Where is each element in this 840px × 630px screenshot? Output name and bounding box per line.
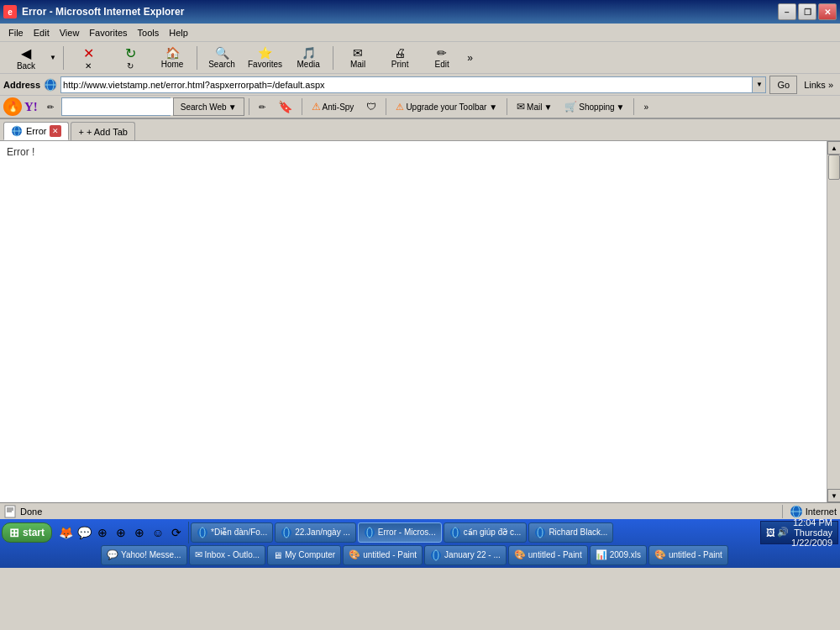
scroll-down-button[interactable]: ▼: [827, 489, 840, 502]
systray-icon-2: 🔊: [777, 527, 789, 538]
menu-file[interactable]: File: [3, 26, 29, 39]
yahoo-edit-btn[interactable]: ✏: [42, 97, 59, 116]
ql-icon2[interactable]: ⊕: [113, 524, 129, 541]
taskbar-ie-icon-2: [281, 527, 292, 538]
ql-refresh-icon[interactable]: ⟳: [168, 524, 185, 541]
add-tab-button[interactable]: + + Add Tab: [71, 122, 134, 140]
tab-close-button[interactable]: ✕: [50, 125, 61, 137]
quick-launch: 🦊 💬 ⊕ ⊕ ⊕ ☺ ⟳: [54, 522, 189, 543]
stop-icon: ✕: [83, 45, 94, 61]
yahoo-search-web-button[interactable]: Search Web ▼: [173, 97, 244, 116]
tab-bar: Error ✕ + + Add Tab: [0, 119, 840, 141]
favorites-label: Favorites: [248, 60, 282, 69]
home-icon: 🏠: [165, 46, 180, 60]
systray-icon-1: 🖼: [766, 528, 775, 538]
home-button[interactable]: 🏠 Home: [152, 44, 192, 72]
chat-icon: 💬: [107, 549, 118, 560]
yahoo-toolbar: 🔥 Y! ✏ ▼ Search Web ▼ ✏ 🔖 ⚠ Anti-Spy 🛡 ⚠…: [0, 96, 840, 119]
svg-point-15: [281, 528, 291, 538]
address-input[interactable]: [61, 77, 752, 92]
yahoo-shield-btn[interactable]: 🛡: [361, 97, 381, 116]
yahoo-antispyware-btn[interactable]: ⚠ Anti-Spy: [307, 97, 360, 116]
toolbar-more[interactable]: »: [467, 52, 473, 64]
minimize-button[interactable]: −: [778, 3, 796, 20]
ql-firefox-icon[interactable]: 🦊: [57, 524, 74, 541]
search-button[interactable]: 🔍 Search: [202, 44, 242, 72]
untitled-paint-label: untitled - Paint: [363, 550, 417, 559]
yahoo-shopping-btn[interactable]: 🛒 Shopping ▼: [559, 97, 629, 116]
yahoo-search-input[interactable]: [62, 98, 181, 115]
add-tab-label: + Add Tab: [87, 127, 128, 137]
taskbar-can-giup[interactable]: cần giúp đỡ c...: [444, 522, 528, 543]
menu-favorites[interactable]: Favorites: [84, 26, 132, 39]
taskbar-yahoo[interactable]: 💬 Yahoo! Messe...: [101, 545, 187, 565]
back-dropdown[interactable]: ▼: [48, 44, 58, 72]
menu-help[interactable]: Help: [164, 26, 193, 39]
refresh-icon: ↻: [125, 45, 136, 61]
shield-icon: 🛡: [366, 101, 376, 113]
taskbar-untitled-paint2[interactable]: 🎨 untitled - Paint: [508, 545, 588, 565]
scroll-up-button[interactable]: ▲: [827, 141, 840, 155]
scroll-thumb[interactable]: [828, 155, 840, 180]
scrollbar-track[interactable]: [827, 155, 840, 489]
taskbar-untitled-paint3[interactable]: 🎨 untitled - Paint: [648, 545, 728, 565]
go-button[interactable]: Go: [769, 76, 797, 94]
links-button[interactable]: Links »: [801, 78, 837, 92]
taskbar-mycomputer[interactable]: 🖥 My Computer: [267, 545, 341, 565]
ql-messenger-icon[interactable]: 💬: [76, 524, 92, 541]
taskbar-row-1: ⊞ start 🦊 💬 ⊕ ⊕ ⊕ ☺ ⟳: [0, 522, 840, 543]
mycomputer-label: My Computer: [285, 550, 335, 559]
taskbar-jan[interactable]: 22.Jan/ngày ...: [275, 522, 356, 543]
paint-icon-3: 🎨: [654, 549, 666, 560]
taskbar-untitled-paint[interactable]: 🎨 untitled - Paint: [343, 545, 423, 565]
taskbar-richard[interactable]: Richard Black...: [528, 522, 613, 543]
mail-icon: ✉: [353, 46, 363, 60]
yahoo-bookmark-btn[interactable]: 🔖: [273, 97, 297, 116]
untitled-paint2-label: untitled - Paint: [528, 550, 582, 559]
edit-button[interactable]: ✏ Edit: [422, 44, 462, 72]
mail-button[interactable]: ✉ Mail: [338, 44, 378, 72]
stop-button[interactable]: ✕ ✕: [68, 44, 108, 72]
taskbar-dien-dan[interactable]: *Diễn đàn/Fo...: [191, 522, 273, 543]
yahoo-mail-btn[interactable]: ✉ Mail ▼: [512, 97, 557, 116]
yahoo-pencil-btn[interactable]: ✏: [254, 97, 270, 116]
menu-tools[interactable]: Tools: [133, 26, 165, 39]
yahoo-flame-icon[interactable]: 🔥: [3, 97, 22, 116]
address-label: Address: [3, 80, 40, 90]
menu-edit[interactable]: Edit: [29, 26, 55, 39]
ql-icon1[interactable]: ⊕: [94, 524, 111, 541]
start-label: start: [23, 527, 45, 538]
ql-smiley-icon[interactable]: ☺: [150, 524, 166, 541]
restore-button[interactable]: ❐: [798, 3, 816, 20]
antispyware-label: Anti-Spy: [323, 102, 354, 112]
taskbar-january22[interactable]: January 22 - ...: [424, 545, 507, 565]
media-button[interactable]: 🎵 Media: [288, 44, 328, 72]
systray-icons: 🖼 🔊: [766, 527, 789, 538]
ql-icon3[interactable]: ⊕: [131, 524, 148, 541]
start-button[interactable]: ⊞ start: [2, 522, 52, 543]
taskbar-inbox[interactable]: ✉ Inbox - Outlo...: [189, 545, 266, 565]
taskbar-2009xls[interactable]: 📊 2009.xls: [590, 545, 647, 565]
taskbar-error[interactable]: Error - Micros...: [358, 522, 442, 543]
systray-day: Thursday: [791, 528, 832, 538]
yahoo-mail-label: Mail: [527, 102, 542, 112]
refresh-button[interactable]: ↻ ↻: [110, 44, 150, 72]
yahoo-logo[interactable]: Y!: [23, 100, 39, 114]
vertical-scrollbar[interactable]: ▲ ▼: [827, 141, 840, 502]
tab-error[interactable]: Error ✕: [3, 122, 69, 140]
svg-point-23: [431, 550, 441, 560]
back-icon: ◀: [21, 45, 31, 61]
back-label: Back: [17, 61, 35, 71]
yahoo-more-btn[interactable]: »: [638, 97, 654, 116]
close-button[interactable]: ✕: [818, 3, 837, 20]
yahoo-sep-5: [633, 98, 634, 115]
star-icon: ⭐: [258, 46, 272, 60]
favorites-button[interactable]: ⭐ Favorites: [244, 44, 286, 72]
back-button[interactable]: ◀ Back: [4, 44, 48, 72]
address-dropdown-arrow[interactable]: ▼: [752, 77, 765, 92]
menu-view[interactable]: View: [55, 26, 85, 39]
print-button[interactable]: 🖨 Print: [380, 44, 420, 72]
yahoo-upgrade-btn[interactable]: ⚠ Upgrade your Toolbar ▼: [391, 97, 502, 116]
status-text: Done: [20, 507, 779, 517]
search-icon: 🔍: [215, 46, 229, 60]
